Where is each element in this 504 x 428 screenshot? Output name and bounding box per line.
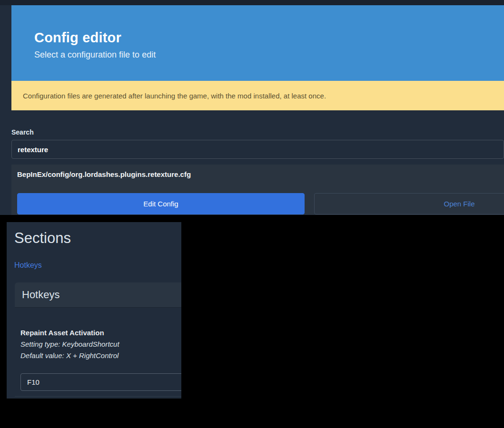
- config-file-card: BepInEx/config/org.lordashes.plugins.ret…: [11, 165, 504, 215]
- open-file-button[interactable]: Open File: [314, 193, 504, 214]
- search-input[interactable]: [11, 140, 504, 159]
- config-editor-view: Config editor Select a configuration fil…: [0, 0, 504, 215]
- sections-panel: Sections Hotkeys Hotkeys Repaint Asset A…: [7, 222, 181, 399]
- sections-title: Sections: [14, 230, 71, 247]
- setting-default-line: Default value: X + RightControl: [20, 351, 119, 360]
- section-header-hotkeys[interactable]: Hotkeys: [15, 282, 181, 308]
- hero-banner: Config editor Select a configuration fil…: [11, 5, 504, 81]
- search-label: Search: [11, 128, 34, 136]
- setting-type-line: Setting type: KeyboardShortcut: [20, 340, 119, 348]
- page-subtitle: Select a configuration file to edit: [34, 48, 504, 61]
- screen: Config editor Select a configuration fil…: [0, 0, 504, 428]
- config-file-path: BepInEx/config/org.lordashes.plugins.ret…: [17, 170, 191, 178]
- setting-name: Repaint Asset Activation: [20, 329, 104, 337]
- section-link-hotkeys[interactable]: Hotkeys: [14, 261, 42, 270]
- warning-notification: Configuration files are generated after …: [11, 81, 504, 110]
- edit-config-button[interactable]: Edit Config: [17, 193, 305, 214]
- window-top-bar: [0, 0, 504, 5]
- hotkey-value-input[interactable]: [20, 373, 181, 391]
- section-header-title: Hotkeys: [22, 289, 59, 301]
- panel-divider: [15, 396, 181, 397]
- warning-notification-text: Configuration files are generated after …: [23, 92, 326, 100]
- page-title: Config editor: [34, 29, 504, 46]
